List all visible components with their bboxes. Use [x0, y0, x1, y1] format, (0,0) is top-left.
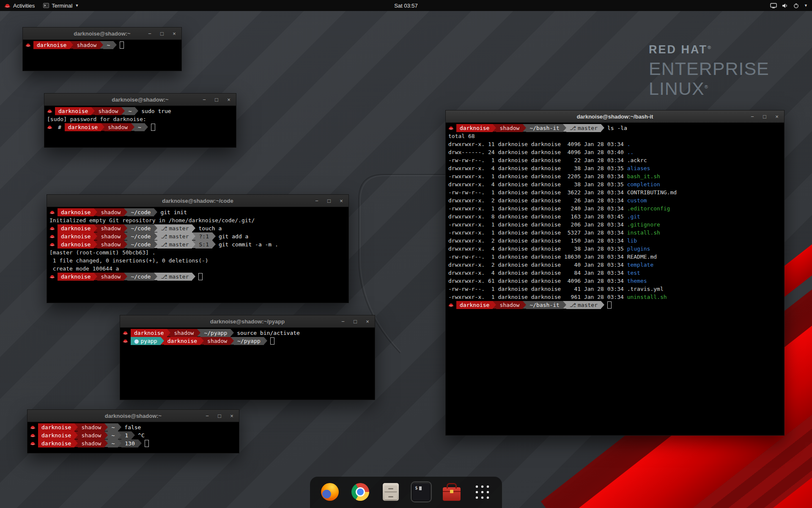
- window-buttons: −□×: [314, 198, 348, 204]
- window-titlebar[interactable]: darknoise@shadow:~−□×: [44, 94, 236, 106]
- powerline-separator-icon: [74, 423, 78, 431]
- prompt-segment-git: ⎇ master: [566, 301, 601, 309]
- maximize-button[interactable]: □: [159, 30, 165, 37]
- terminal-content[interactable]: darknoiseshadow~/codegit initInitialized…: [47, 207, 348, 303]
- powerline-separator-icon: [493, 124, 496, 132]
- close-button[interactable]: ×: [171, 30, 177, 37]
- minimize-button[interactable]: −: [201, 97, 207, 103]
- powerline-separator-icon: [104, 431, 108, 439]
- minimize-button[interactable]: −: [147, 30, 153, 37]
- terminal-window-bashit[interactable]: darknoise@shadow:~/bash-it−□×darknoisesh…: [445, 110, 785, 436]
- terminal-cursor: [151, 124, 155, 131]
- window-titlebar[interactable]: darknoise@shadow:~/code−□×: [47, 195, 348, 207]
- maximize-button[interactable]: □: [762, 113, 768, 120]
- minimize-button[interactable]: −: [749, 113, 755, 120]
- powerline-separator-icon: [230, 329, 234, 337]
- terminal-content[interactable]: darknoiseshadow~falsedarknoiseshadow~1^C…: [27, 422, 239, 453]
- terminal-content[interactable]: darknoiseshadow~sudo true[sudo] password…: [44, 106, 236, 147]
- close-button[interactable]: ×: [774, 113, 780, 120]
- powerline-separator-icon: [523, 124, 526, 132]
- minimize-button[interactable]: −: [340, 318, 346, 325]
- close-button[interactable]: ×: [338, 198, 344, 204]
- powerline-separator-icon: [91, 107, 95, 115]
- redhat-prompt-icon: [123, 337, 129, 345]
- ls-entry-name: themes: [627, 277, 647, 285]
- terminal-window-code[interactable]: darknoise@shadow:~/code−□×darknoiseshado…: [47, 194, 349, 303]
- powerline-separator-icon: [601, 124, 604, 132]
- dock-item-show-applications[interactable]: [472, 481, 493, 502]
- prompt-segment-git: ⎇ master: [566, 124, 601, 132]
- prompt-segment-host: shadow: [78, 439, 104, 447]
- clock[interactable]: Sat 03:57: [394, 3, 418, 9]
- minimize-button[interactable]: −: [204, 413, 210, 419]
- ls-entry-meta: -rwxrwxr-x. 1 darknoise darknoise 961 Ja…: [448, 293, 627, 301]
- terminal-content[interactable]: darknoiseshadow~/pyappsource bin/activat…: [120, 328, 375, 400]
- dock-item-software[interactable]: [441, 481, 462, 502]
- window-titlebar[interactable]: darknoise@shadow:~−□×: [27, 410, 239, 422]
- window-buttons: −□×: [201, 97, 236, 103]
- ls-entry-meta: drwxrwxr-x. 11 darknoise darknoise 4096 …: [448, 140, 627, 148]
- clock-container: Sat 03:57: [0, 3, 812, 9]
- close-button[interactable]: ×: [226, 97, 232, 103]
- terminal-line: drwxrwxr-x. 4 darknoise darknoise 38 Jan…: [448, 180, 782, 188]
- powerline-separator-icon: [124, 208, 127, 216]
- powerline-separator-icon: [124, 224, 127, 232]
- prompt-segment-path: ~: [108, 423, 118, 431]
- ls-entry-name: plugins: [627, 245, 650, 253]
- terminal-window-exitcodes[interactable]: darknoise@shadow:~−□×darknoiseshadow~fal…: [27, 409, 239, 453]
- display-icon: [770, 3, 777, 8]
- terminal-content[interactable]: darknoiseshadow~: [23, 40, 181, 71]
- terminal-line: -rwxrwxr-x. 1 darknoise darknoise 5327 J…: [448, 229, 782, 237]
- terminal-line: darknoiseshadow~/bash-it⎇ masterls -la: [448, 124, 782, 132]
- terminal-line: drwxrwxr-x. 11 darknoise darknoise 4096 …: [448, 140, 782, 148]
- ls-entry-name: .gitignore: [627, 221, 660, 229]
- window-titlebar[interactable]: darknoise@shadow:~−□×: [23, 28, 181, 40]
- window-titlebar[interactable]: darknoise@shadow:~/pyapp−□×: [120, 315, 375, 328]
- ls-entry-meta: -rw-rw-r--. 1 darknoise darknoise 3622 J…: [448, 188, 627, 196]
- terminal-window-pyapp[interactable]: darknoise@shadow:~/pyapp−□×darknoiseshad…: [120, 315, 375, 400]
- redhat-prompt-icon: [47, 123, 53, 131]
- command-text: sudo true: [138, 107, 171, 115]
- dock-item-firefox[interactable]: [319, 481, 340, 502]
- terminal-line: darknoiseshadow~/code⎇ master?:1git add …: [49, 232, 346, 240]
- maximize-button[interactable]: □: [352, 318, 358, 325]
- prompt-segment-user: darknoise: [55, 107, 91, 115]
- terminal-line: darknoiseshadow~130: [30, 439, 236, 447]
- app-menu-terminal[interactable]: Terminal ▼: [39, 0, 83, 11]
- dock-item-terminal[interactable]: $: [411, 481, 432, 502]
- dock-item-chrome[interactable]: [350, 481, 371, 502]
- powerline-separator-icon: [70, 41, 73, 49]
- dock-item-files[interactable]: [380, 481, 401, 502]
- terminal-line: darknoiseshadow~/code⎇ masterS:1git comm…: [49, 240, 346, 248]
- close-button[interactable]: ×: [365, 318, 370, 325]
- redhat-prompt-icon: [47, 107, 53, 115]
- prompt-segment-path: ~/code: [127, 224, 154, 232]
- activities-button[interactable]: Activities: [0, 0, 39, 11]
- powerline-separator-icon: [104, 423, 108, 431]
- system-tray[interactable]: ▼: [766, 0, 812, 11]
- window-titlebar[interactable]: darknoise@shadow:~/bash-it−□×: [446, 110, 784, 123]
- ls-entry-meta: drwxrwxr-x. 4 darknoise darknoise 38 Jan…: [448, 164, 627, 172]
- close-button[interactable]: ×: [229, 413, 235, 419]
- terminal-content[interactable]: darknoiseshadow~/bash-it⎇ masterls -lato…: [446, 123, 784, 435]
- terminal-window-sudo[interactable]: darknoise@shadow:~−□×darknoiseshadow~sud…: [44, 93, 236, 148]
- powerline-separator-icon: [192, 240, 195, 248]
- terminal-line: ● pyappdarknoiseshadow~/pyapp: [123, 337, 372, 345]
- terminal-line: # darknoiseshadow~: [47, 123, 233, 131]
- terminal-window-home-small[interactable]: darknoise@shadow:~−□×darknoiseshadow~: [22, 27, 182, 71]
- terminal-line: darknoiseshadow~/code⎇ mastertouch a: [49, 224, 346, 232]
- maximize-button[interactable]: □: [326, 198, 332, 204]
- caret-down-icon: ▼: [804, 3, 808, 8]
- command-text: touch a: [195, 224, 222, 232]
- minimize-button[interactable]: −: [314, 198, 320, 204]
- powerline-separator-icon: [563, 301, 566, 309]
- redhat-prompt-icon: [30, 431, 36, 439]
- maximize-button[interactable]: □: [214, 97, 219, 103]
- prompt-segment-user: darknoise: [456, 301, 493, 309]
- ls-entry-name: .git: [627, 213, 640, 221]
- maximize-button[interactable]: □: [217, 413, 222, 419]
- terminal-line: create mode 100644 a: [49, 265, 346, 273]
- terminal-line: darknoiseshadow~sudo true: [47, 107, 233, 115]
- command-text: git add a: [216, 232, 248, 240]
- ls-entry-name: lib: [627, 237, 637, 245]
